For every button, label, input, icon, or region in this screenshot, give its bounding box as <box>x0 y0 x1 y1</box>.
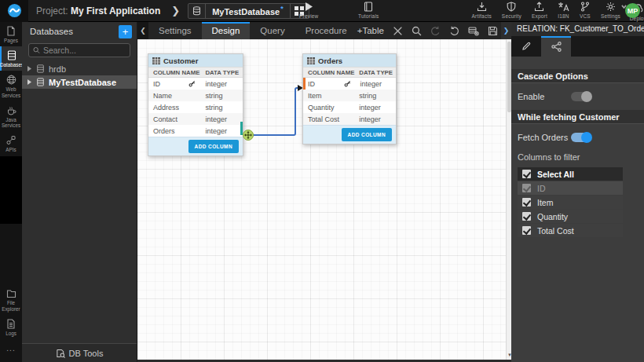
settings-label: Settings <box>601 13 620 19</box>
table-orders[interactable]: Orders COLUMN NAME DATA TYPE ID integer … <box>302 53 397 144</box>
db-tree-item-mytestdatabase[interactable]: MyTestDatabase <box>22 75 137 89</box>
settings-button[interactable]: Settings <box>601 2 620 19</box>
artifacts-button[interactable]: Artifacts <box>472 2 492 19</box>
relation-panel-tabs <box>511 36 644 57</box>
tutorials-button[interactable]: Tutorials <box>358 2 379 19</box>
toggle-knob <box>581 132 592 143</box>
rail-item-apis[interactable]: APIs <box>0 131 22 155</box>
table-row[interactable]: Total Cost integer <box>303 113 396 125</box>
table-orders-header[interactable]: Orders <box>303 54 396 67</box>
checkbox-checked[interactable] <box>522 170 531 178</box>
checkbox-checked[interactable] <box>522 198 531 207</box>
column-name: Name <box>148 92 202 100</box>
database-icon <box>36 78 45 86</box>
db-scripts-icon[interactable] <box>468 26 479 36</box>
export-button[interactable]: Export <box>532 2 547 19</box>
enable-toggle[interactable] <box>571 92 591 101</box>
design-toolbar: +Table <box>357 22 501 39</box>
vcs-button[interactable]: VCS <box>580 2 591 19</box>
data-type: integer <box>202 80 243 88</box>
close-icon[interactable] <box>393 26 403 36</box>
open-database-tab[interactable]: MyTestDatabase* <box>188 3 309 19</box>
user-avatar[interactable]: MP <box>625 3 640 18</box>
database-icon <box>188 4 206 18</box>
preview-button[interactable]: Preview <box>299 2 319 19</box>
open-database-tab-label: MyTestDatabase* <box>206 5 290 16</box>
tab-query[interactable]: Query <box>250 22 295 39</box>
relation-panel-body: Cascade Options Enable While fetching Cu… <box>511 57 644 237</box>
tab-settings[interactable]: Settings <box>148 22 202 39</box>
databases-panel-header: Databases + <box>22 22 137 41</box>
tree-expand-icon[interactable] <box>27 79 32 85</box>
pencil-icon <box>521 42 531 51</box>
export-icon <box>534 2 544 12</box>
rail-more-button[interactable]: ... <box>0 339 22 357</box>
table-row[interactable]: Orders integer <box>148 125 243 137</box>
table-title: Customer <box>163 57 198 65</box>
database-icon <box>7 50 16 60</box>
column-name: Orders <box>148 127 202 135</box>
checkbox-checked[interactable] <box>522 212 531 221</box>
expand-right-icon[interactable]: ❯ <box>501 22 511 39</box>
filter-option-quantity[interactable]: Quantity <box>518 210 623 223</box>
rail-item-logs[interactable]: Logs <box>0 315 22 339</box>
database-search <box>28 43 130 57</box>
table-row-fk-target[interactable]: ID integer <box>303 78 396 90</box>
app-logo[interactable] <box>0 0 28 22</box>
relation-drag-handle[interactable] <box>243 130 254 141</box>
tree-expand-icon[interactable] <box>27 66 32 71</box>
checkbox-checked[interactable] <box>522 226 531 235</box>
search-icon[interactable] <box>412 26 422 36</box>
tab-relation-options[interactable] <box>541 36 571 57</box>
folder-icon <box>6 289 16 298</box>
rail-item-databases[interactable]: Databases <box>0 46 22 71</box>
filter-option-total-cost[interactable]: Total Cost <box>518 224 623 237</box>
search-icon <box>33 46 40 54</box>
fetch-orders-toggle[interactable] <box>571 133 591 142</box>
collapse-left-icon[interactable]: ❮ <box>137 22 148 39</box>
i18n-button[interactable]: I18N <box>558 2 569 19</box>
table-row[interactable]: Quantity integer <box>303 101 396 113</box>
project-name[interactable]: My First Application <box>71 5 160 16</box>
redo-icon[interactable] <box>449 26 459 36</box>
tab-procedure[interactable]: Procedure <box>295 22 357 39</box>
rail-item-pages[interactable]: Pages <box>0 22 22 46</box>
table-customer-header[interactable]: Customer <box>148 54 243 67</box>
rail-item-java-services[interactable]: Java Services <box>0 101 22 131</box>
table-customer[interactable]: Customer COLUMN NAME DATA TYPE ID intege… <box>148 53 243 156</box>
rail-item-web-services[interactable]: Web Services <box>0 71 22 101</box>
table-row[interactable]: Item string <box>303 90 396 101</box>
data-type: integer <box>202 127 243 135</box>
security-button[interactable]: Security <box>502 2 521 19</box>
column-name: ID <box>308 80 315 88</box>
filter-option-select-all[interactable]: Select All <box>518 167 623 181</box>
table-row[interactable]: Contact integer <box>148 113 243 125</box>
database-search-input[interactable] <box>43 46 126 55</box>
canvas-vertical-scrollbar[interactable]: ▼ <box>506 39 511 360</box>
design-canvas[interactable]: Customer COLUMN NAME DATA TYPE ID intege… <box>137 39 511 362</box>
undo-icon[interactable] <box>430 26 441 36</box>
table-rows: ID integer Item string Quantity integer … <box>303 78 396 125</box>
checkbox-disabled <box>522 184 531 192</box>
primary-key-icon <box>344 80 351 87</box>
save-icon[interactable] <box>488 26 498 36</box>
databases-panel-title: Databases <box>30 27 119 36</box>
table-footer: ADD COLUMN <box>303 125 396 144</box>
add-column-button[interactable]: ADD COLUMN <box>188 140 239 153</box>
filter-option-item[interactable]: Item <box>518 196 623 209</box>
table-row[interactable]: Name string <box>148 90 243 101</box>
add-database-button[interactable]: + <box>119 25 132 38</box>
add-column-button[interactable]: ADD COLUMN <box>342 128 392 141</box>
rail-item-file-explorer[interactable]: File Explorer <box>0 285 22 314</box>
filter-option-id[interactable]: ID <box>518 181 623 195</box>
tab-design[interactable]: Design <box>202 22 251 39</box>
add-table-button[interactable]: +Table <box>357 26 384 35</box>
left-nav-rail: Pages Databases Web Services Java Servic… <box>0 22 22 362</box>
table-row[interactable]: ID integer <box>148 78 243 90</box>
db-tools-button[interactable]: DB Tools <box>22 343 137 362</box>
tab-edit-relation[interactable] <box>511 36 541 57</box>
i18n-label: I18N <box>558 13 569 19</box>
data-type: integer <box>357 80 396 88</box>
db-tree-item-hrdb[interactable]: hrdb <box>22 62 137 75</box>
table-row[interactable]: Address string <box>148 101 243 113</box>
